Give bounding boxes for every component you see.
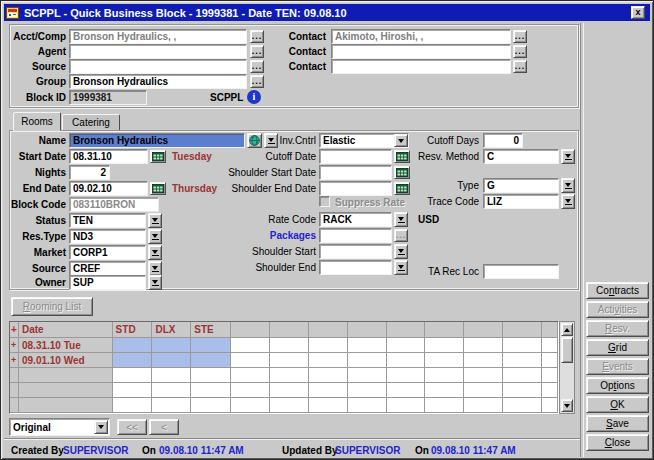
grid-date-cell[interactable] [19,368,113,383]
grid-cell[interactable] [425,368,464,383]
nights-field[interactable]: 2 [69,165,110,180]
source-lookup-button[interactable]: ... [250,60,264,73]
grid-cell[interactable] [348,383,387,398]
scroll-thumb[interactable] [561,337,573,363]
trace-code-dropdown-icon[interactable] [561,194,575,209]
grid-cell[interactable] [464,338,503,353]
owner-field[interactable]: SUP [69,275,146,290]
trace-code-field[interactable]: LIZ [483,194,559,209]
scroll-down-icon[interactable] [561,399,573,412]
grid-cell[interactable] [542,398,558,413]
grid-cell[interactable] [464,383,503,398]
status-field[interactable]: TEN [69,213,146,228]
grid-cell[interactable] [231,383,270,398]
resv-method-dropdown-icon[interactable] [561,149,575,164]
packages-link[interactable]: Packages [206,230,316,242]
grid-cell[interactable] [270,368,309,383]
agent-field[interactable] [69,44,247,59]
source-field[interactable] [69,59,247,74]
grid-cell[interactable] [503,383,542,398]
market-field[interactable]: CORP1 [69,245,146,260]
grid-cell[interactable] [152,368,191,383]
shoulder-end-date-field[interactable] [319,181,392,196]
grid-cell[interactable] [503,353,542,368]
res-type-dropdown-icon[interactable] [148,229,162,244]
grid-cell[interactable] [191,398,231,413]
grid-cell[interactable] [542,338,558,353]
info-icon[interactable]: i [247,90,261,104]
grid-cell[interactable] [348,338,387,353]
grid-cell[interactable] [309,383,348,398]
tab-rooms[interactable]: Rooms [13,112,61,131]
grid-cell[interactable] [387,368,426,383]
grid-cell[interactable] [191,338,231,353]
room-source-dropdown-icon[interactable] [148,261,162,276]
side-button-save[interactable]: Save [586,415,649,432]
grid-cell[interactable] [542,383,558,398]
shoulder-start-date-calendar-icon[interactable] [394,166,410,179]
grid-cell[interactable] [270,383,309,398]
grid-cell[interactable] [425,383,464,398]
packages-field[interactable] [319,228,392,243]
grid-cell[interactable] [113,383,153,398]
grid-cell[interactable] [231,353,270,368]
grid-cell[interactable] [425,338,464,353]
grid-cell[interactable] [152,398,191,413]
market-dropdown-icon[interactable] [148,245,162,260]
side-button-ok[interactable]: OK [586,396,649,413]
agent-lookup-button[interactable]: ... [250,45,264,58]
grid-cell[interactable] [191,353,231,368]
grid-date-cell[interactable]: 08.31.10 Tue [19,338,113,353]
grid-cell[interactable] [152,338,191,353]
grid-cell[interactable] [113,398,153,413]
scroll-up-icon[interactable] [561,323,573,336]
end-date-field[interactable]: 09.02.10 [69,181,148,196]
grid-cell[interactable] [152,353,191,368]
inv-cntrl-dropdown-icon[interactable] [394,134,408,147]
shoulder-start-dropdown-icon[interactable] [394,244,408,259]
side-button-close[interactable]: Close [586,434,649,451]
contact2-lookup-button[interactable]: ... [513,45,527,58]
grid-cell[interactable] [387,383,426,398]
grid-cell[interactable] [270,353,309,368]
grid-date-cell[interactable]: 09.01.10 Wed [19,353,113,368]
grid-cell[interactable] [191,368,231,383]
shoulder-start-date-field[interactable] [319,165,392,180]
room-source-field[interactable]: CREF [69,261,146,276]
grid-scrollbar[interactable] [559,321,575,414]
grid-cell[interactable] [503,368,542,383]
grid-cell[interactable] [191,383,231,398]
grid-cell[interactable] [309,368,348,383]
grid-add-row-icon[interactable]: + [10,322,19,338]
grid-cell[interactable] [387,353,426,368]
grid-cell[interactable] [542,353,558,368]
shoulder-start-field[interactable] [319,244,392,259]
acct-comp-lookup-button[interactable]: ... [250,30,264,43]
contact3-field[interactable] [331,59,511,74]
grid-cell[interactable] [503,338,542,353]
contact3-lookup-button[interactable]: ... [513,60,527,73]
side-button-contracts[interactable]: Contracts [586,282,649,299]
grid-date-cell[interactable] [19,398,113,413]
res-type-field[interactable]: ND3 [69,229,146,244]
grid-cell[interactable] [387,398,426,413]
grid-cell[interactable] [309,338,348,353]
start-date-calendar-icon[interactable] [150,150,166,163]
resv-method-field[interactable]: C [483,149,559,164]
contact2-field[interactable] [331,44,511,59]
type-field[interactable]: G [483,178,559,193]
grid-cell[interactable] [348,368,387,383]
side-button-grid[interactable]: Grid [586,339,649,356]
close-icon[interactable]: x [631,6,645,19]
grid-cell[interactable] [425,398,464,413]
group-lookup-button[interactable]: ... [250,75,264,88]
cutoff-days-field[interactable]: 0 [483,133,523,148]
grid-cell[interactable] [464,398,503,413]
grid-cell[interactable] [464,368,503,383]
tab-catering[interactable]: Catering [62,114,120,131]
type-dropdown-icon[interactable] [561,178,575,193]
ta-rec-loc-field[interactable] [483,264,559,279]
rate-code-field[interactable]: RACK [319,212,392,227]
contact1-lookup-button[interactable]: ... [513,30,527,43]
status-dropdown-icon[interactable] [148,213,162,228]
